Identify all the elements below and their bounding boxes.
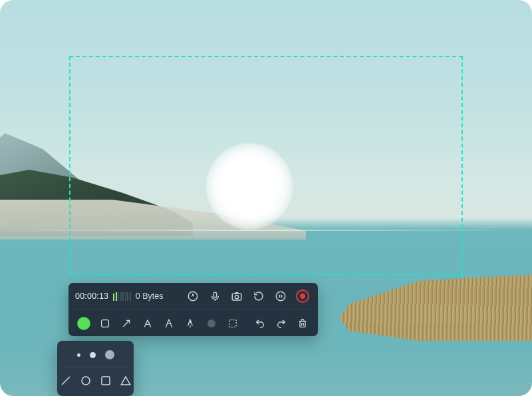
svg-point-10: [82, 377, 90, 385]
arrow-tool-button[interactable]: [118, 315, 135, 332]
eraser-tool-button[interactable]: [203, 315, 220, 332]
undo-button[interactable]: [251, 315, 269, 332]
background-sun: [206, 143, 293, 230]
svg-rect-11: [102, 377, 110, 385]
background-horizon: [0, 230, 532, 231]
eraser-icon: [205, 317, 217, 329]
shape-circle-button[interactable]: [80, 373, 92, 388]
recording-timer: 00:00:13: [75, 292, 108, 301]
svg-point-7: [207, 319, 215, 327]
circle-icon: [80, 375, 92, 387]
restart-icon: [253, 290, 265, 302]
undo-icon: [255, 318, 265, 329]
shape-square-button[interactable]: [100, 373, 112, 388]
svg-rect-1: [213, 292, 216, 297]
camera-icon: [231, 290, 243, 302]
pen-icon: [185, 318, 196, 329]
shape-triangle-button[interactable]: [120, 373, 132, 388]
svg-rect-5: [102, 319, 109, 327]
rectangle-tool-button[interactable]: [96, 315, 114, 332]
color-swatch-icon: [77, 317, 90, 330]
background-grass: [339, 274, 532, 341]
pen-tool-button[interactable]: [182, 315, 199, 332]
trash-icon: [297, 318, 308, 329]
svg-point-6: [190, 321, 191, 323]
recording-filesize: 0 Bytes: [136, 292, 164, 301]
svg-rect-2: [232, 294, 241, 300]
recorder-toolbar: 00:00:13 0 Bytes: [68, 283, 318, 336]
shape-size-popover: [57, 341, 134, 396]
delete-button[interactable]: [294, 315, 311, 332]
cursor-icon: [187, 290, 199, 302]
pause-icon: [275, 290, 287, 302]
rectangle-icon: [100, 318, 110, 329]
stroke-size-row: [64, 346, 127, 363]
marquee-tool-button[interactable]: [224, 315, 241, 332]
svg-rect-8: [229, 319, 237, 327]
triangle-icon: [120, 375, 132, 387]
color-picker-button[interactable]: [75, 315, 92, 332]
square-icon: [100, 375, 112, 387]
svg-point-3: [235, 296, 238, 299]
svg-point-4: [276, 292, 285, 301]
screen-recorder-scene: 00:00:13 0 Bytes: [0, 0, 532, 396]
microphone-icon: [209, 291, 221, 302]
audio-level-meter: [113, 292, 131, 301]
restart-button[interactable]: [250, 288, 267, 305]
text-tool-button[interactable]: [139, 315, 156, 332]
redo-icon: [276, 318, 287, 329]
highlighter-tool-button[interactable]: [160, 315, 178, 332]
popover-separator: [64, 367, 127, 367]
marquee-icon: [227, 318, 238, 329]
highlighter-icon: [164, 318, 174, 329]
stroke-size-large[interactable]: [105, 350, 114, 359]
shape-line-button[interactable]: [60, 373, 72, 388]
stroke-size-small[interactable]: [77, 353, 80, 357]
stroke-size-medium[interactable]: [90, 352, 96, 358]
camera-toggle-button[interactable]: [228, 288, 245, 305]
microphone-toggle-button[interactable]: [206, 288, 223, 305]
text-icon: [142, 318, 153, 329]
svg-rect-9: [300, 321, 305, 327]
line-icon: [60, 375, 72, 387]
record-icon: [296, 290, 309, 303]
shape-row: [64, 372, 127, 389]
arrow-icon: [121, 318, 132, 329]
pause-button[interactable]: [272, 288, 289, 305]
redo-button[interactable]: [273, 315, 290, 332]
toolbar-status-row: 00:00:13 0 Bytes: [68, 283, 318, 309]
record-button[interactable]: [294, 288, 311, 305]
toolbar-tools-row: [68, 309, 318, 336]
cursor-toggle-button[interactable]: [184, 288, 201, 305]
